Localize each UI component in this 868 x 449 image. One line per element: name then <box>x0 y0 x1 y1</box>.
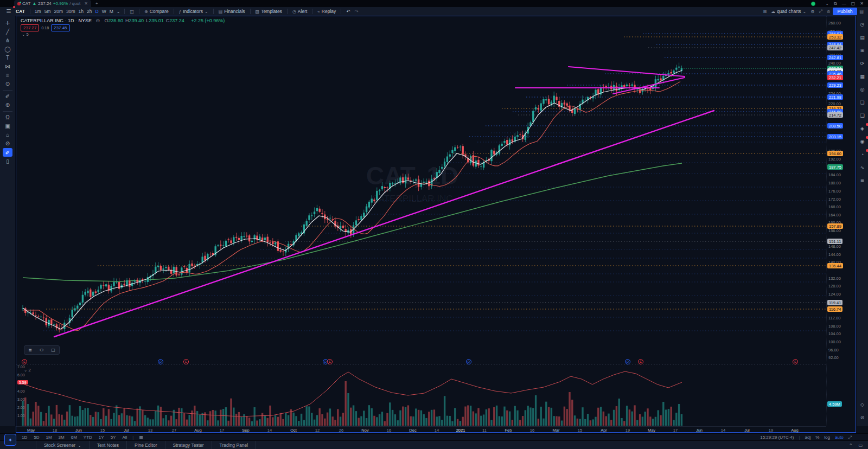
timeframe-D[interactable]: D <box>94 9 100 14</box>
toggle-log[interactable]: log <box>824 435 830 440</box>
redo-button[interactable]: ↷ <box>352 9 360 14</box>
data-window-icon[interactable]: ▤ <box>858 33 867 41</box>
drawing-sync-icon[interactable]: ✐ <box>3 148 12 157</box>
earnings-marker[interactable]: E <box>639 360 643 364</box>
undo-button[interactable]: ↶ <box>344 9 352 14</box>
objects-icon[interactable]: ▣ <box>3 122 12 130</box>
range-all-button[interactable]: All <box>119 435 130 440</box>
goto-date-button[interactable]: ▦ <box>136 435 146 440</box>
settings-gear-button[interactable]: ⚙ <box>808 9 816 14</box>
footer-tab-strategy-tester[interactable]: Strategy Tester <box>165 441 212 449</box>
fib-icon[interactable]: ⋔ <box>3 36 12 44</box>
lock-icon[interactable]: ⌂ <box>3 131 12 139</box>
bar-replay-icon[interactable]: ⟳ <box>858 59 867 67</box>
timeframe-chevron-icon[interactable]: ⌄ <box>115 9 122 14</box>
range-5y-button[interactable]: 5Y <box>107 435 119 440</box>
zoom-in-icon[interactable]: ⊕ <box>3 101 12 109</box>
indicators-button[interactable]: ƒIndicators⌄ <box>177 9 210 14</box>
measure-icon[interactable]: ✐ <box>3 92 12 100</box>
financials-button[interactable]: ▤Financials <box>216 9 247 14</box>
footer-collapse-icon[interactable]: ⌃ <box>849 442 853 448</box>
timeframe-1h[interactable]: 1h <box>77 9 85 14</box>
timeframe-M[interactable]: M <box>108 9 115 14</box>
footer-tab-stock-screener[interactable]: Stock Screener⌄ <box>36 441 90 449</box>
range-1y-button[interactable]: 1Y <box>95 435 107 440</box>
chart-type-button[interactable]: ◫ <box>127 9 136 14</box>
bell-icon[interactable]: ◔ <box>858 150 867 158</box>
shapes-icon[interactable]: ◯ <box>3 45 12 53</box>
streams-icon[interactable]: ◉ <box>858 137 867 145</box>
mini-toolbar-icon-0[interactable]: ≣ <box>28 348 32 352</box>
hide-drawings-icon[interactable]: ⊘ <box>3 139 12 147</box>
tab-close-icon[interactable]: ✕ <box>84 1 88 6</box>
compare-button[interactable]: ⊕Compare <box>142 9 171 14</box>
earnings-marker[interactable]: E <box>793 360 798 364</box>
range-1m-button[interactable]: 1M <box>42 435 55 440</box>
window-minimize-icon[interactable]: — <box>842 1 846 6</box>
ideas-icon[interactable]: ◎ <box>858 85 867 93</box>
timeframe-W[interactable]: W <box>100 9 108 14</box>
mini-toolbar-icon-2[interactable]: ▢ <box>51 348 55 352</box>
bottom-left-panel-button[interactable]: ✦ <box>4 434 16 446</box>
window-chevron-down-icon[interactable]: ⌄ <box>825 1 829 6</box>
dividend-marker[interactable]: D <box>158 360 163 364</box>
timeframe-2h[interactable]: 2h <box>85 9 93 14</box>
text-icon[interactable]: T <box>3 54 12 62</box>
footer-tab-pine-editor[interactable]: Pine Editor <box>127 441 165 449</box>
forecast-icon[interactable]: ≡ <box>3 71 12 79</box>
toggle-adj[interactable]: adj <box>805 435 811 440</box>
dividend-marker[interactable]: D <box>626 360 630 364</box>
legend-more-icon[interactable]: ⊖ <box>95 18 100 23</box>
range-6m-button[interactable]: 6M <box>68 435 80 440</box>
fullscreen-button[interactable]: ⤢ <box>816 9 824 14</box>
eye-icon[interactable]: ⊙ <box>3 80 12 88</box>
magnet-icon[interactable]: Ω <box>3 113 12 121</box>
timeframe-5m[interactable]: 5m <box>43 9 53 14</box>
timeframe-30m[interactable]: 30m <box>65 9 77 14</box>
browser-tab[interactable]: CAT ▲ 237.24 +0.96% / quot ✕ <box>14 0 91 7</box>
time-axis[interactable]: May18Jun15Jul1327Aug17Sep14Oct1226Nov16D… <box>16 426 826 433</box>
templates-button[interactable]: ▧Templates <box>253 9 284 14</box>
indicators-collapsed-row[interactable]: ⌄ 5 <box>22 32 29 37</box>
toggle-percent[interactable]: % <box>815 435 819 440</box>
window-pip-icon[interactable]: ⧉ <box>834 1 837 6</box>
main-menu-button[interactable]: ☰ <box>4 7 14 15</box>
profile-status-icon[interactable] <box>811 2 815 6</box>
volume-collapsed-row[interactable]: ⌄ 2 <box>24 368 31 373</box>
alerts-clock-icon[interactable]: ◷ <box>858 20 867 28</box>
range-3m-button[interactable]: 3M <box>55 435 68 440</box>
comments-icon[interactable]: ❑ <box>858 111 867 119</box>
range-ytd-button[interactable]: YTD <box>80 435 95 440</box>
object-tree-icon[interactable]: ◇ <box>858 400 867 408</box>
snapshot-camera-button[interactable]: ⊙ <box>825 9 833 14</box>
panel-toggle-icon[interactable]: ▤ <box>857 9 866 14</box>
footer-tab-trading-panel[interactable]: Trading Panel <box>212 441 257 449</box>
price-axis[interactable]: 260.00256.00254.07253.32248.94247.42244.… <box>826 16 857 426</box>
symbol-search-button[interactable]: CAT <box>14 9 27 14</box>
ask-value[interactable]: 237.45 <box>51 24 69 31</box>
bid-value[interactable]: 237.27 <box>21 24 39 31</box>
window-close-icon[interactable]: ✕ <box>860 1 864 6</box>
notifications-icon[interactable]: ◈ <box>858 124 867 132</box>
footer-panel-icon[interactable]: ▭ <box>858 442 863 448</box>
layout-name-button[interactable]: ☁ quad charts ⌄ <box>769 9 808 14</box>
earnings-marker[interactable]: E <box>22 360 27 364</box>
details-icon[interactable]: ≣ <box>858 176 867 184</box>
footer-tab-text-notes[interactable]: Text Notes <box>90 441 127 449</box>
pulse-icon[interactable]: ∿ <box>858 163 867 171</box>
window-maximize-icon[interactable]: ▢ <box>851 1 856 6</box>
axis-expand-icon[interactable]: ⤢ <box>848 435 852 440</box>
layout-grid-button[interactable]: ⊞ <box>761 9 769 14</box>
timeframe-20m[interactable]: 20m <box>52 9 65 14</box>
earnings-marker[interactable]: E <box>184 360 189 364</box>
mini-toolbar-icon-1[interactable]: ⬭ <box>40 348 43 353</box>
floating-drawing-toolbar[interactable]: ≣⬭▢ <box>24 345 60 355</box>
pattern-xabcd-icon[interactable]: ⋈ <box>3 62 12 70</box>
publish-button[interactable]: Publish <box>833 8 858 15</box>
trendline-icon[interactable]: ╱ <box>3 28 12 36</box>
range-5d-button[interactable]: 5D <box>30 435 42 440</box>
remove-drawings-icon[interactable]: ▯ <box>3 157 12 165</box>
help-icon[interactable]: ⊘ <box>858 413 867 421</box>
timeframe-1m[interactable]: 1m <box>33 9 43 14</box>
calendar-add-icon[interactable]: ⊞ <box>858 46 867 54</box>
